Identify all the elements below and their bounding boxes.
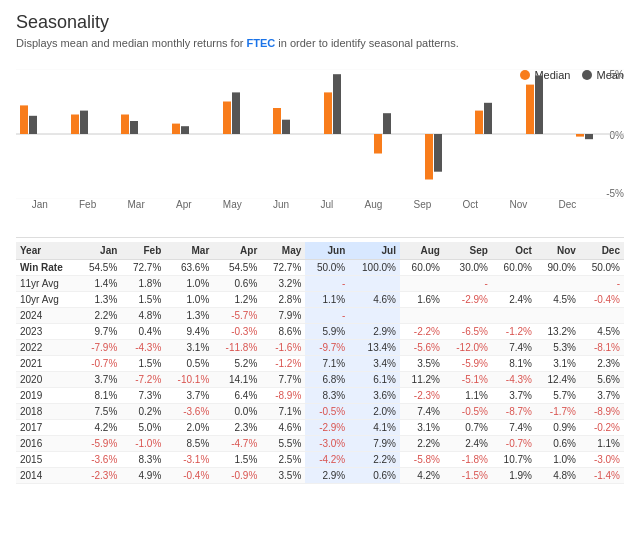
row-cell: 2.0% <box>349 404 400 420</box>
row-cell: 1.1% <box>444 388 492 404</box>
row-cell: 60.0% <box>492 260 536 276</box>
row-cell: 1.5% <box>213 452 261 468</box>
row-cell: 3.1% <box>536 356 580 372</box>
svg-rect-9 <box>172 124 180 134</box>
svg-rect-3 <box>20 105 28 134</box>
row-label: 2019 <box>16 388 77 404</box>
row-cell: -6.5% <box>444 324 492 340</box>
month-may: May <box>223 199 242 210</box>
month-sep: Sep <box>414 199 432 210</box>
row-cell: 4.9% <box>121 468 165 484</box>
row-cell: -1.7% <box>536 404 580 420</box>
row-cell: 7.4% <box>492 340 536 356</box>
row-cell <box>536 276 580 292</box>
page-title: Seasonality <box>16 12 624 33</box>
ticker: FTEC <box>247 37 276 49</box>
col-may: May <box>261 242 305 260</box>
row-cell: 4.6% <box>261 420 305 436</box>
row-label: 10yr Avg <box>16 292 77 308</box>
table-header-row: Year Jan Feb Mar Apr May Jun Jul Aug Sep… <box>16 242 624 260</box>
row-cell: 4.8% <box>121 308 165 324</box>
month-jan: Jan <box>32 199 48 210</box>
row-cell: 2.2% <box>349 452 400 468</box>
row-label: 2023 <box>16 324 77 340</box>
chart-canvas: 5% 0% -5% <box>16 69 624 199</box>
table-row: 20198.1%7.3%3.7%6.4%-8.9%8.3%3.6%-2.3%1.… <box>16 388 624 404</box>
row-cell: 1.8% <box>121 276 165 292</box>
row-cell: 1.0% <box>536 452 580 468</box>
svg-rect-22 <box>484 103 492 134</box>
row-cell: -5.1% <box>444 372 492 388</box>
row-cell: -0.7% <box>77 356 121 372</box>
table-row: 20187.5%0.2%-3.6%0.0%7.1%-0.5%2.0%7.4%-0… <box>16 404 624 420</box>
row-cell: -8.7% <box>492 404 536 420</box>
row-cell: 0.4% <box>121 324 165 340</box>
row-cell: -12.0% <box>444 340 492 356</box>
svg-rect-6 <box>80 111 88 134</box>
col-sep: Sep <box>444 242 492 260</box>
row-cell: 7.4% <box>400 404 444 420</box>
row-cell: 9.7% <box>77 324 121 340</box>
row-cell: 4.1% <box>349 420 400 436</box>
row-label: 2021 <box>16 356 77 372</box>
row-cell: 8.3% <box>121 452 165 468</box>
table-row: 20242.2%4.8%1.3%-5.7%7.9%- <box>16 308 624 324</box>
row-cell: 8.5% <box>165 436 213 452</box>
month-feb: Feb <box>79 199 96 210</box>
row-cell <box>400 276 444 292</box>
row-cell: -3.6% <box>77 452 121 468</box>
row-cell <box>400 308 444 324</box>
row-cell: 2.9% <box>349 324 400 340</box>
row-cell: 13.4% <box>349 340 400 356</box>
row-cell: 7.9% <box>349 436 400 452</box>
seasonality-table: Year Jan Feb Mar Apr May Jun Jul Aug Sep… <box>16 242 624 484</box>
row-cell: 2.3% <box>580 356 624 372</box>
row-cell: - <box>580 276 624 292</box>
row-cell: -8.9% <box>580 404 624 420</box>
row-cell: -10.1% <box>165 372 213 388</box>
row-cell: -2.3% <box>400 388 444 404</box>
row-cell: 8.6% <box>261 324 305 340</box>
row-cell: 3.7% <box>580 388 624 404</box>
row-cell: -1.4% <box>580 468 624 484</box>
row-cell: -2.9% <box>305 420 349 436</box>
row-cell: 5.0% <box>121 420 165 436</box>
row-cell: 2.9% <box>305 468 349 484</box>
col-jan: Jan <box>77 242 121 260</box>
row-cell: 5.7% <box>536 388 580 404</box>
chart-svg <box>16 69 624 199</box>
row-cell: 50.0% <box>305 260 349 276</box>
col-year: Year <box>16 242 77 260</box>
svg-rect-16 <box>333 74 341 134</box>
svg-rect-23 <box>526 85 534 134</box>
row-cell: 2.4% <box>444 436 492 452</box>
row-cell: 3.7% <box>165 388 213 404</box>
svg-rect-14 <box>282 120 290 134</box>
row-label: 2022 <box>16 340 77 356</box>
row-cell: 6.8% <box>305 372 349 388</box>
row-cell: -0.7% <box>492 436 536 452</box>
row-cell: 7.3% <box>121 388 165 404</box>
table-row: Win Rate54.5%72.7%63.6%54.5%72.7%50.0%10… <box>16 260 624 276</box>
row-label: 2014 <box>16 468 77 484</box>
month-oct: Oct <box>463 199 479 210</box>
col-nov: Nov <box>536 242 580 260</box>
month-jun: Jun <box>273 199 289 210</box>
row-cell: 1.2% <box>213 292 261 308</box>
row-cell: -4.3% <box>492 372 536 388</box>
row-cell: 8.1% <box>77 388 121 404</box>
divider <box>16 237 624 238</box>
row-cell: 3.1% <box>165 340 213 356</box>
row-cell: 1.3% <box>77 292 121 308</box>
month-dec: Dec <box>558 199 576 210</box>
row-cell: -5.7% <box>213 308 261 324</box>
row-cell: 6.4% <box>213 388 261 404</box>
row-cell: 0.6% <box>213 276 261 292</box>
month-mar: Mar <box>128 199 145 210</box>
row-cell: 4.2% <box>400 468 444 484</box>
row-cell: -3.0% <box>580 452 624 468</box>
col-feb: Feb <box>121 242 165 260</box>
row-cell: -2.2% <box>400 324 444 340</box>
row-cell <box>536 308 580 324</box>
row-label: 2017 <box>16 420 77 436</box>
